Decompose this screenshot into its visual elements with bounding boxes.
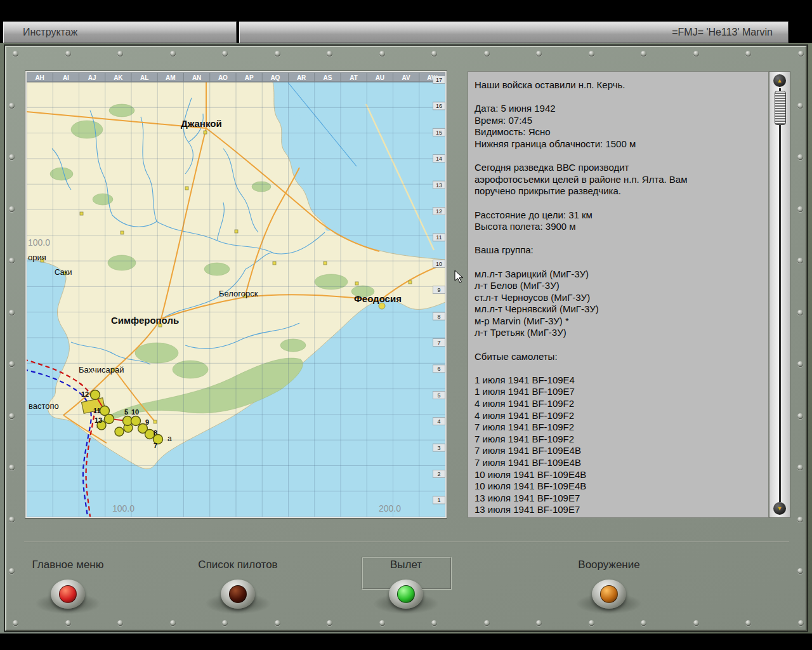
briefing-line <box>475 256 762 269</box>
rivet <box>797 361 803 367</box>
rivet <box>13 620 18 626</box>
briefing-line: 1 июля 1941 BF-109E4 <box>475 375 762 387</box>
rivet <box>275 51 280 56</box>
rivet <box>797 310 803 315</box>
rivet <box>797 568 803 574</box>
grid-column-label: AI <box>63 74 69 81</box>
pilot-list-button-dome[interactable] <box>229 585 247 603</box>
rivet <box>9 465 15 470</box>
divider-line <box>24 541 789 542</box>
scrollbar[interactable]: ▲ ▼ <box>769 71 790 518</box>
briefing-line: м-р Marvin (МиГ-3У) * <box>475 315 762 328</box>
map-city-label: Джанкой <box>181 118 222 129</box>
briefing-line: мл.л-т Чернявский (МиГ-3У) <box>475 303 762 315</box>
grid-column-label: AS <box>323 74 332 81</box>
arming-group: Вооружение <box>533 559 685 609</box>
briefing-line: 7 июля 1941 BF-109F2 <box>475 421 762 434</box>
briefing-line: л-т Третьяк (МиГ-3У) <box>475 327 762 339</box>
grid-column-label: AT <box>350 74 358 81</box>
grid-row-label: 16 <box>436 103 442 109</box>
waypoint-number: 9 <box>145 418 149 426</box>
pilot-list-button[interactable] <box>220 579 256 609</box>
grid-column-label: AO <box>218 74 228 81</box>
fly-button-dome[interactable] <box>397 585 415 603</box>
rivet <box>431 620 437 626</box>
grid-row-label: 8 <box>437 314 440 320</box>
arming-label: Вооружение <box>533 559 685 575</box>
rivet <box>484 51 490 56</box>
map-city-label: а <box>167 434 172 443</box>
rivet <box>797 413 803 419</box>
rivet <box>170 51 176 56</box>
waypoint-marker[interactable] <box>131 416 141 426</box>
rivet <box>693 51 699 56</box>
scroll-up-button[interactable]: ▲ <box>773 74 786 87</box>
rivet <box>9 413 15 419</box>
grid-column-label: AJ <box>88 74 96 81</box>
rivet <box>641 620 646 626</box>
grid-column-label: AU <box>376 74 384 81</box>
rivet <box>9 310 15 315</box>
arming-button-dome[interactable] <box>600 585 618 603</box>
rivet <box>379 51 385 56</box>
main-menu-button-dome[interactable] <box>59 585 77 603</box>
waypoint-number: 12 <box>81 390 89 398</box>
grid-row-label: 5 <box>437 392 440 399</box>
map-city-label: Саки <box>55 268 72 277</box>
grid-row-label: 2 <box>437 471 440 477</box>
map-city-label: Феодосия <box>354 293 402 304</box>
map[interactable]: 121113510987 ДжанкойБелогорскФеодосияСим… <box>25 71 447 518</box>
briefing-title-bar: Инструктаж <box>3 22 237 43</box>
main-menu-button[interactable] <box>50 579 86 609</box>
rivet <box>9 258 15 263</box>
rivet <box>641 51 646 56</box>
waypoint-marker[interactable] <box>105 415 114 424</box>
scroll-down-button[interactable]: ▼ <box>773 502 786 515</box>
briefing-line: ст.л-т Черноусов (МиГ-3У) <box>475 292 762 304</box>
waypoint-number: 7 <box>154 442 157 449</box>
briefing-line: 4 июля 1941 BF-109F2 <box>475 398 762 410</box>
rivet <box>9 361 15 367</box>
briefing-line: Сегодня разведка ВВС производит <box>475 162 762 174</box>
briefing-line: 1 июля 1941 BF-109E7 <box>475 386 762 398</box>
briefing-line <box>475 339 762 351</box>
rivet <box>222 620 228 626</box>
briefing-line <box>475 362 762 375</box>
briefing-line: 4 июля 1941 BF-109F2 <box>475 410 762 422</box>
waypoint-number: 11 <box>93 407 101 415</box>
arming-button[interactable] <box>591 579 627 609</box>
grid-row-label: 12 <box>436 208 442 215</box>
main-menu-group: Главное меню <box>0 559 144 609</box>
waypoint-marker[interactable] <box>115 427 124 436</box>
grid-row-label: 1 <box>437 497 440 503</box>
briefing-title: Инструктаж <box>23 27 77 38</box>
briefing-line: Расстояние до цели: 31 км <box>475 209 762 222</box>
map-city-label: Бахчисарай <box>79 365 124 375</box>
waypoint-marker[interactable] <box>91 390 100 400</box>
rivet <box>536 51 542 56</box>
rivet <box>327 620 332 626</box>
briefing-line: Видимость: Ясно <box>475 126 762 138</box>
briefing-screen: Инструктаж =FMJ= 'He113' Marvin <box>0 0 812 650</box>
briefing-line: 10 июля 1941 BF-109E4B <box>475 469 762 481</box>
scroll-thumb[interactable] <box>775 91 786 125</box>
grid-row-label: 13 <box>436 182 442 189</box>
briefing-line <box>475 233 762 245</box>
grid-column-label: AQ <box>270 74 280 81</box>
rivet <box>745 620 751 626</box>
grid-column-label: AH <box>35 74 44 81</box>
grid-row-label: 4 <box>437 418 440 425</box>
rivet <box>798 51 804 56</box>
briefing-line <box>475 197 762 209</box>
fly-label: Вылет <box>330 559 482 575</box>
briefing-line: л-т Белов (МиГ-3У) <box>475 280 762 292</box>
rivet <box>9 154 15 160</box>
grid-row-label: 11 <box>436 234 442 241</box>
rivet <box>13 51 18 56</box>
briefing-line: 13 июля 1941 BF-109E7 <box>475 504 762 516</box>
briefing-line: аэрофотосъемки целей в районе н.п. Ялта.… <box>475 174 762 186</box>
briefing-line: Высота полета: 3900 м <box>475 221 762 233</box>
scroll-track[interactable] <box>779 88 781 502</box>
fly-button[interactable] <box>388 579 424 609</box>
waypoint-number: 10 <box>131 408 139 416</box>
